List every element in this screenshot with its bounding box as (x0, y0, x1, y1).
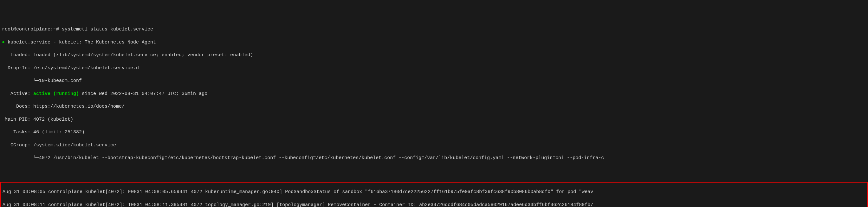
docs-label: Docs: (2, 104, 33, 109)
service-name-line: kubelet.service - kubelet: The Kubernete… (5, 40, 156, 45)
mainpid-label: Main PID: (2, 117, 33, 122)
loaded-label: Loaded: (2, 52, 33, 58)
log-text: Aug 31 04:08:11 controlplane kubelet[407… (3, 202, 593, 207)
active-label: Active: (2, 91, 33, 97)
tasks-label: Tasks: (2, 130, 33, 135)
cgroup-cmd-line: └─4072 /usr/bin/kubelet --bootstrap-kube… (0, 155, 868, 161)
status-bullet: ● (2, 40, 5, 45)
dropin-line: Drop-In: /etc/systemd/system/kubelet.ser… (0, 65, 868, 72)
active-since: since Wed 2022-08-31 04:07:47 UTC; 36min… (79, 91, 207, 97)
service-header: ● kubelet.service - kubelet: The Kuberne… (0, 40, 868, 46)
highlighted-log-section: Aug 31 04:08:05 controlplane kubelet[407… (0, 182, 868, 207)
dropin-conf-line: └─10-kubeadm.conf (0, 78, 868, 84)
docs-line: Docs: https://kubernetes.io/docs/home/ (0, 103, 868, 110)
dropin-label: Drop-In: (2, 66, 33, 71)
log-text: Aug 31 04:08:05 controlplane kubelet[407… (3, 189, 593, 195)
cgroup-cmd: └─4072 /usr/bin/kubelet --bootstrap-kube… (2, 155, 604, 161)
blank-line (0, 168, 868, 174)
docs-value: https://kubernetes.io/docs/home/ (33, 104, 125, 109)
mainpid-value: 4072 (kubelet) (33, 117, 73, 122)
prompt-text: root@controlplane:~# systemctl status ku… (2, 27, 153, 32)
log-line: Aug 31 04:08:05 controlplane kubelet[407… (1, 189, 867, 195)
active-state: active (running) (33, 91, 79, 97)
dropin-value: /etc/systemd/system/kubelet.service.d (33, 66, 139, 71)
tasks-line: Tasks: 46 (limit: 251382) (0, 129, 868, 135)
cgroup-value: /system.slice/kubelet.service (33, 143, 116, 148)
mainpid-line: Main PID: 4072 (kubelet) (0, 117, 868, 123)
dropin-conf: └─10-kubeadm.conf (2, 78, 82, 83)
terminal-prompt[interactable]: root@controlplane:~# systemctl status ku… (0, 26, 868, 33)
cgroup-line: CGroup: /system.slice/kubelet.service (0, 142, 868, 149)
log-line: Aug 31 04:08:11 controlplane kubelet[407… (1, 202, 867, 207)
active-line: Active: active (running) since Wed 2022-… (0, 91, 868, 97)
cgroup-label: CGroup: (2, 143, 33, 148)
loaded-line: Loaded: loaded (/lib/systemd/system/kube… (0, 52, 868, 58)
loaded-value: loaded (/lib/systemd/system/kubelet.serv… (33, 52, 253, 58)
tasks-value: 46 (limit: 251382) (33, 130, 85, 135)
